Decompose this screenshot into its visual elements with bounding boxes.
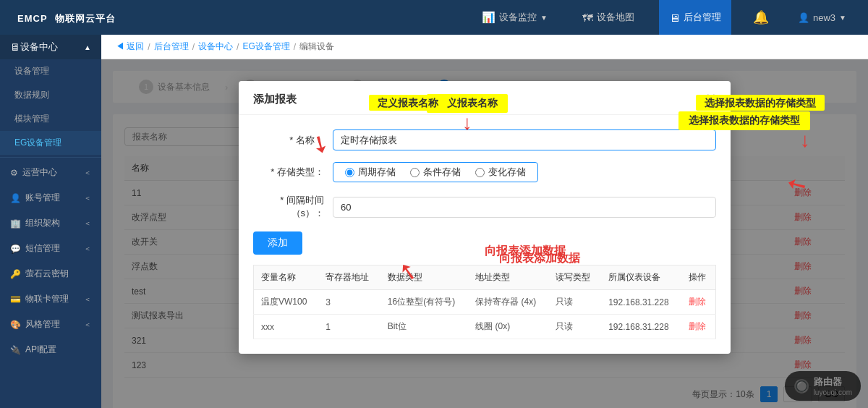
chevron-right-icon: ＜ xyxy=(84,294,91,305)
sidebar-item-ops[interactable]: ⚙ 运营中心 ＜ xyxy=(0,160,101,185)
name-input[interactable] xyxy=(333,129,716,150)
sub-table-row: xxx 1 Bit位 线圈 (0x) 只读 192.168.31.228 删除 xyxy=(254,315,716,339)
nav-monitor[interactable]: 📊 设备监控 ▼ xyxy=(472,0,558,35)
modal-body: * 名称： * 存储类型： 周期 xyxy=(239,115,731,354)
modal-add-button[interactable]: 添加 xyxy=(253,231,302,255)
sidebar-item-ys-key[interactable]: 🔑 萤石云密钥 xyxy=(0,261,101,286)
sidebar-item-device-manage[interactable]: 设备管理 xyxy=(0,59,101,83)
chevron-right-icon: ＜ xyxy=(84,244,91,254)
monitor-icon: 📊 xyxy=(482,11,495,24)
name-row: * 名称： xyxy=(253,129,716,150)
modal-header: 添加报表 ✕ xyxy=(239,81,731,115)
content-area: 1 设备基本信息 › 2 规则/流量管理 › 3 告警管理 › 4 报表数据管理 xyxy=(101,59,868,408)
sidebar-item-style[interactable]: 🎨 风格管理 ＜ xyxy=(0,312,101,337)
sidebar-item-eg-manage[interactable]: EG设备管理 xyxy=(0,131,101,155)
sub-col-varname: 变量名称 xyxy=(254,265,319,290)
sub-cell-device: 192.168.31.228 xyxy=(601,290,681,315)
modal-title: 添加报表 xyxy=(253,93,297,106)
sub-cell-varname: xxx xyxy=(254,315,319,339)
main-layout: 🖥 设备中心 ▲ 设备管理 数据规则 模块管理 EG设备管理 ⚙ 运营中心 ＜ … xyxy=(0,35,868,408)
sub-table-section: 变量名称 寄存器地址 数据类型 地址类型 读写类型 所属仪表设备 操作 xyxy=(253,265,716,339)
key-icon: 🔑 xyxy=(10,269,21,279)
sub-cell-datatype: Bit位 xyxy=(380,315,468,339)
interval-label: * 间隔时间（s）： xyxy=(253,194,333,220)
interval-input[interactable] xyxy=(333,197,716,218)
chevron-right-icon: ＜ xyxy=(84,168,91,178)
modal: 添加报表 ✕ * 名称： xyxy=(239,81,731,354)
sidebar-item-api[interactable]: 🔌 API配置 xyxy=(0,337,101,362)
nav-backend[interactable]: 🖥 后台管理 xyxy=(659,0,731,35)
map-icon: 🗺 xyxy=(582,12,593,24)
arrow-down-2: ↓ xyxy=(800,130,810,150)
top-nav: EMCP 物联网云平台 📊 设备监控 ▼ 🗺 设备地图 🖥 后台管理 🔔 👤 n… xyxy=(0,0,868,35)
sub-col-device: 所属仪表设备 xyxy=(601,265,681,290)
breadcrumb-current: 编辑设备 xyxy=(299,41,334,53)
radio-periodic-input[interactable] xyxy=(345,168,354,177)
sub-cell-addrtype: 线圈 (0x) xyxy=(468,315,548,339)
radio-periodic[interactable]: 周期存储 xyxy=(345,166,396,179)
add-button-row: 添加 xyxy=(253,231,716,255)
storage-type-options: 周期存储 条件存储 变化存储 xyxy=(333,162,538,182)
user-menu[interactable]: 👤 new3 ▼ xyxy=(791,12,854,23)
interval-row: * 间隔时间（s）： xyxy=(253,194,716,220)
account-icon: 👤 xyxy=(10,193,21,203)
radio-conditional[interactable]: 条件存储 xyxy=(410,166,461,179)
backend-icon: 🖥 xyxy=(669,12,680,24)
sub-cell-device: 192.168.31.228 xyxy=(601,315,681,339)
chevron-right-icon: ＜ xyxy=(84,218,91,229)
radio-change-input[interactable] xyxy=(475,168,485,177)
nav-map[interactable]: 🗺 设备地图 xyxy=(572,0,644,35)
breadcrumb-backend[interactable]: 后台管理 xyxy=(154,41,189,53)
sidebar-item-sms[interactable]: 💬 短信管理 ＜ xyxy=(0,236,101,261)
sub-col-addrtype: 地址类型 xyxy=(468,265,548,290)
ops-icon: ⚙ xyxy=(10,168,18,178)
sidebar: 🖥 设备中心 ▲ 设备管理 数据规则 模块管理 EG设备管理 ⚙ 运营中心 ＜ … xyxy=(0,35,101,408)
logo: EMCP 物联网云平台 xyxy=(14,10,116,25)
sub-col-rwtype: 读写类型 xyxy=(548,265,601,290)
radio-conditional-input[interactable] xyxy=(410,168,420,177)
sidebar-item-data-rule[interactable]: 数据规则 xyxy=(0,83,101,107)
breadcrumb-eg-manage[interactable]: EG设备管理 xyxy=(242,41,289,53)
sub-delete-link[interactable]: 删除 xyxy=(689,297,706,307)
sidebar-item-module-manage[interactable]: 模块管理 xyxy=(0,107,101,131)
storage-type-label: * 存储类型： xyxy=(253,166,333,179)
breadcrumb-device-center[interactable]: 设备中心 xyxy=(198,41,233,53)
breadcrumb: ◀ 返回 / 后台管理 / 设备中心 / EG设备管理 / 编辑设备 xyxy=(101,35,868,59)
sub-table: 变量名称 寄存器地址 数据类型 地址类型 读写类型 所属仪表设备 操作 xyxy=(253,265,716,339)
sub-cell-addrtype: 保持寄存器 (4x) xyxy=(468,290,548,315)
api-icon: 🔌 xyxy=(10,345,21,355)
sub-col-datatype: 数据类型 xyxy=(380,265,468,290)
sidebar-header-device-center[interactable]: 🖥 设备中心 ▲ xyxy=(0,35,101,59)
sub-cell-rwtype: 只读 xyxy=(548,315,601,339)
sub-cell-rwtype: 只读 xyxy=(548,290,601,315)
device-center-icon: 🖥 xyxy=(10,41,20,53)
sub-cell-datatype: 16位整型(有符号) xyxy=(380,290,468,315)
chevron-up-icon: ▲ xyxy=(84,43,91,51)
sub-cell-action: 删除 xyxy=(681,315,716,339)
sidebar-item-account[interactable]: 👤 账号管理 ＜ xyxy=(0,185,101,211)
name-label: * 名称： xyxy=(253,134,333,147)
sub-col-action: 操作 xyxy=(681,265,716,290)
sub-cell-action: 删除 xyxy=(681,290,716,315)
sub-table-row: 温度VW100 3 16位整型(有符号) 保持寄存器 (4x) 只读 192.1… xyxy=(254,290,716,315)
chevron-right-icon: ＜ xyxy=(84,193,91,203)
sms-icon: 💬 xyxy=(10,244,21,254)
sub-cell-regaddr: 1 xyxy=(318,315,380,339)
back-link[interactable]: ◀ 返回 xyxy=(116,41,144,53)
sub-delete-link[interactable]: 删除 xyxy=(689,321,706,331)
style-icon: 🎨 xyxy=(10,320,21,330)
user-icon: 👤 xyxy=(798,12,809,23)
notification-bell[interactable]: 🔔 xyxy=(746,9,776,25)
sub-col-regaddr: 寄存器地址 xyxy=(318,265,380,290)
sub-cell-varname: 温度VW100 xyxy=(254,290,319,315)
sidebar-item-org[interactable]: 🏢 组织架构 ＜ xyxy=(0,211,101,236)
radio-change[interactable]: 变化存储 xyxy=(475,166,526,179)
sidebar-item-iot-card[interactable]: 💳 物联卡管理 ＜ xyxy=(0,286,101,312)
card-icon: 💳 xyxy=(10,294,21,305)
user-chevron-icon: ▼ xyxy=(839,14,846,22)
chevron-right-icon: ＜ xyxy=(84,320,91,330)
modal-close-button[interactable]: ✕ xyxy=(705,91,716,107)
modal-overlay: 定义报表名称 ↓ 选择报表数据的存储类型 ↓ 向报表添加数据 xyxy=(101,59,868,408)
org-icon: 🏢 xyxy=(10,218,21,229)
sub-cell-regaddr: 3 xyxy=(318,290,380,315)
